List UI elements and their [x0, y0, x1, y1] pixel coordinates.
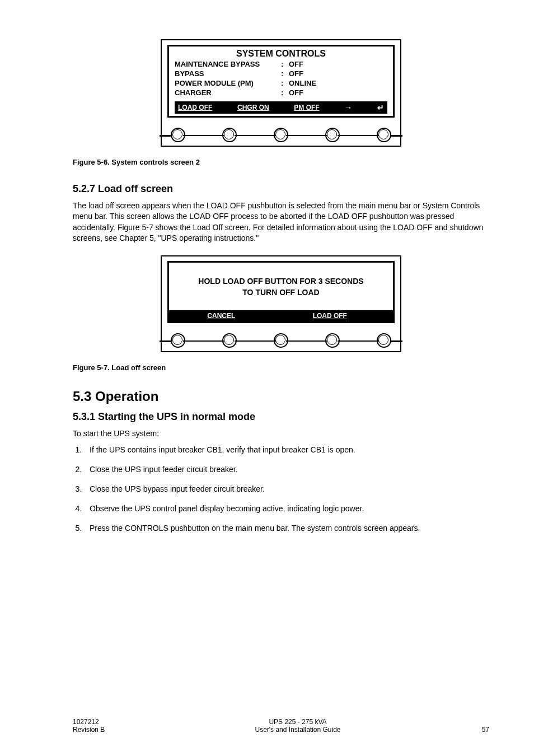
panel-button — [325, 128, 340, 142]
panel-button — [325, 333, 340, 348]
list-item: Close the UPS input feeder circuit break… — [84, 464, 489, 475]
arrow-right-icon: → — [344, 103, 352, 112]
lcd-menu-bar: CANCEL LOAD OFF — [169, 310, 393, 321]
menu-pm-off: PM OFF — [294, 104, 319, 111]
panel-button — [222, 333, 237, 348]
status-label: MAINTENANCE BYPASS — [175, 60, 281, 69]
enter-icon: ↵ — [377, 103, 384, 112]
panel-button — [171, 333, 185, 348]
doc-number: 1027212 — [73, 718, 140, 726]
panel-button — [274, 128, 288, 142]
status-label: BYPASS — [175, 69, 281, 79]
status-value: OFF — [289, 88, 303, 98]
list-item: If the UPS contains input breaker CB1, v… — [84, 444, 489, 456]
panel-button — [171, 128, 185, 142]
panel-button — [377, 333, 391, 348]
page-footer: 1027212 Revision B UPS 225 - 275 kVA Use… — [73, 718, 489, 734]
steps-list: If the UPS contains input breaker CB1, v… — [73, 444, 489, 534]
load-off-figure: HOLD LOAD OFF BUTTON FOR 3 SECONDS TO TU… — [161, 255, 401, 352]
menu-cancel: CANCEL — [172, 312, 270, 320]
section-body: The load off screen appears when the LOA… — [73, 200, 489, 244]
section-heading-527: 5.2.7 Load off screen — [73, 183, 489, 195]
panel-button — [274, 333, 288, 348]
intro-text: To start the UPS system: — [73, 428, 489, 440]
figure-caption: Figure 5-7. Load off screen — [73, 363, 489, 372]
panel-button — [377, 128, 391, 142]
status-value: OFF — [289, 60, 303, 69]
status-label: POWER MODULE (PM) — [175, 79, 281, 88]
section-heading-531: 5.3.1 Starting the UPS in normal mode — [73, 411, 489, 423]
figure-caption: Figure 5-6. System controls screen 2 — [73, 158, 489, 166]
menu-load-off: LOAD OFF — [178, 104, 212, 111]
system-controls-figure: SYSTEM CONTROLS MAINTENANCE BYPASS : OFF… — [161, 39, 401, 147]
footer-title1: UPS 225 - 275 kVA — [140, 718, 456, 726]
status-label: CHARGER — [175, 88, 281, 98]
section-heading-53: 5.3 Operation — [73, 389, 489, 404]
menu-chgr-on: CHGR ON — [237, 104, 269, 111]
page-number: 57 — [456, 726, 489, 734]
list-item: Close the UPS bypass input feeder circui… — [84, 483, 489, 495]
status-value: OFF — [289, 69, 303, 79]
lcd-menu-bar: LOAD OFF CHGR ON PM OFF → ↵ — [175, 101, 387, 114]
lcd-message-line1: HOLD LOAD OFF BUTTON FOR 3 SECONDS — [171, 276, 391, 287]
menu-load-off: LOAD OFF — [270, 312, 390, 320]
panel-button — [222, 128, 237, 142]
status-value: ONLINE — [289, 79, 316, 88]
lcd-title: SYSTEM CONTROLS — [175, 49, 387, 59]
footer-title2: User's and Installation Guide — [140, 726, 456, 734]
lcd-message-line2: TO TURN OFF LOAD — [171, 287, 391, 298]
list-item: Observe the UPS control panel display be… — [84, 503, 489, 515]
list-item: Press the CONTROLS pushbutton on the mai… — [84, 522, 489, 534]
doc-revision: Revision B — [73, 726, 140, 734]
